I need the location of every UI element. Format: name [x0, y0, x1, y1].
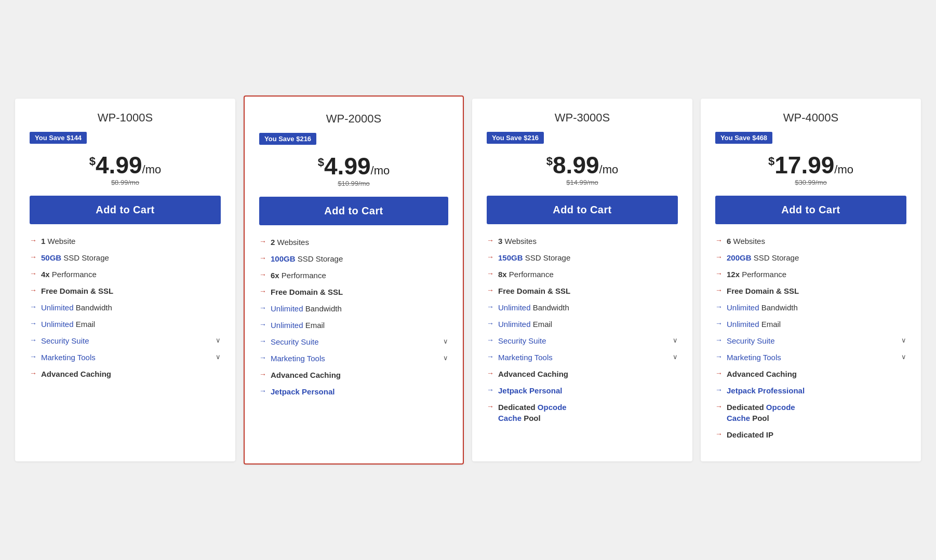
- feature-text: Dedicated Opcode Cache Pool: [727, 402, 906, 424]
- feature-text: 100GB SSD Storage: [271, 253, 448, 264]
- feature-text: Marketing Tools: [498, 352, 673, 363]
- feature-text: Free Domain & SSL: [271, 286, 448, 297]
- add-to-cart-button[interactable]: Add to Cart: [30, 196, 221, 224]
- feature-arrow-icon: →: [487, 236, 494, 246]
- feature-row: Free Domain & SSL: [271, 286, 448, 297]
- feature-item: →Free Domain & SSL: [30, 285, 221, 296]
- feature-item: →Jetpack Professional: [715, 385, 906, 396]
- feature-row: 50GB SSD Storage: [41, 252, 221, 263]
- feature-arrow-icon: →: [715, 368, 723, 379]
- feature-row: Dedicated Opcode Cache Pool: [727, 402, 906, 424]
- feature-item: →Unlimited Bandwidth: [30, 302, 221, 313]
- feature-row: Jetpack Personal: [271, 386, 448, 397]
- feature-arrow-icon: →: [30, 269, 37, 279]
- feature-text: Security Suite: [271, 336, 443, 347]
- chevron-down-icon[interactable]: ∨: [216, 336, 221, 345]
- feature-text: Advanced Caching: [41, 368, 221, 379]
- feature-arrow-icon: →: [715, 302, 723, 312]
- plan-card-wp3000s: WP-3000SYou Save $216$8.99/mo$14.99/moAd…: [472, 99, 692, 461]
- feature-text: 150GB SSD Storage: [498, 252, 678, 263]
- feature-row: 1 Website: [41, 236, 221, 247]
- feature-arrow-icon: →: [30, 335, 37, 346]
- feature-row: Unlimited Bandwidth: [727, 302, 906, 313]
- feature-item: →Dedicated IP: [715, 429, 906, 440]
- feature-text: Unlimited Bandwidth: [271, 303, 448, 314]
- feature-item: →Marketing Tools∨: [715, 352, 906, 363]
- feature-item: →12x Performance: [715, 269, 906, 280]
- feature-row: 8x Performance: [498, 269, 678, 280]
- add-to-cart-button[interactable]: Add to Cart: [259, 197, 448, 225]
- feature-item: →Unlimited Email: [487, 319, 678, 330]
- feature-text: Jetpack Personal: [271, 386, 448, 397]
- add-to-cart-button[interactable]: Add to Cart: [715, 196, 906, 224]
- chevron-down-icon[interactable]: ∨: [901, 336, 906, 345]
- savings-badge: You Save $216: [487, 132, 544, 144]
- feature-item: →6x Performance: [259, 270, 448, 281]
- feature-row: 2 Websites: [271, 237, 448, 248]
- feature-item: →Marketing Tools∨: [30, 352, 221, 363]
- feature-row: Advanced Caching: [271, 370, 448, 380]
- feature-row: Marketing Tools∨: [271, 353, 448, 364]
- feature-text: 1 Website: [41, 236, 221, 247]
- feature-item: →Security Suite∨: [30, 335, 221, 346]
- chevron-down-icon[interactable]: ∨: [673, 336, 678, 345]
- feature-item: →Unlimited Bandwidth: [487, 302, 678, 313]
- price-current: $4.99/mo: [30, 152, 221, 179]
- feature-row: Unlimited Bandwidth: [498, 302, 678, 313]
- feature-text: Marketing Tools: [727, 352, 901, 363]
- plan-title: WP-3000S: [487, 111, 678, 125]
- feature-item: →Advanced Caching: [259, 370, 448, 380]
- feature-row: 100GB SSD Storage: [271, 253, 448, 264]
- feature-arrow-icon: →: [715, 402, 723, 412]
- feature-arrow-icon: →: [30, 352, 37, 362]
- feature-item: →Unlimited Email: [259, 320, 448, 331]
- plan-card-wp1000s: WP-1000SYou Save $144$4.99/mo$8.99/moAdd…: [15, 99, 235, 461]
- feature-item: →Jetpack Personal: [487, 385, 678, 396]
- feature-text: Security Suite: [727, 335, 901, 346]
- feature-text: Jetpack Professional: [727, 385, 906, 396]
- plan-title: WP-4000S: [715, 111, 906, 125]
- feature-text: Unlimited Bandwidth: [41, 302, 221, 313]
- feature-item: →Advanced Caching: [30, 368, 221, 379]
- price-block: $17.99/mo$30.99/mo: [715, 152, 906, 186]
- price-original: $14.99/mo: [487, 179, 678, 186]
- feature-row: Free Domain & SSL: [727, 285, 906, 296]
- price-original: $30.99/mo: [715, 179, 906, 186]
- feature-item: →150GB SSD Storage: [487, 252, 678, 263]
- feature-text: Security Suite: [41, 335, 216, 346]
- feature-text: Unlimited Email: [727, 319, 906, 330]
- feature-text: Dedicated Opcode Cache Pool: [498, 402, 678, 424]
- feature-arrow-icon: →: [259, 386, 266, 397]
- feature-row: Advanced Caching: [727, 368, 906, 379]
- price-block: $8.99/mo$14.99/mo: [487, 152, 678, 186]
- feature-arrow-icon: →: [259, 336, 266, 347]
- feature-arrow-icon: →: [487, 302, 494, 312]
- feature-text: Unlimited Bandwidth: [498, 302, 678, 313]
- feature-arrow-icon: →: [30, 319, 37, 329]
- features-list: →1 Website→50GB SSD Storage→4x Performan…: [30, 236, 221, 379]
- feature-item: →50GB SSD Storage: [30, 252, 221, 263]
- chevron-down-icon[interactable]: ∨: [673, 352, 678, 362]
- feature-arrow-icon: →: [30, 368, 37, 379]
- feature-item: →Free Domain & SSL: [715, 285, 906, 296]
- feature-item: →1 Website: [30, 236, 221, 247]
- feature-arrow-icon: →: [715, 252, 723, 263]
- feature-row: Security Suite∨: [727, 335, 906, 346]
- feature-arrow-icon: →: [259, 320, 266, 330]
- feature-item: →200GB SSD Storage: [715, 252, 906, 263]
- price-current: $17.99/mo: [715, 152, 906, 179]
- feature-row: Unlimited Email: [727, 319, 906, 330]
- feature-arrow-icon: →: [487, 269, 494, 279]
- feature-text: 50GB SSD Storage: [41, 252, 221, 263]
- add-to-cart-button[interactable]: Add to Cart: [487, 196, 678, 224]
- chevron-down-icon[interactable]: ∨: [443, 353, 448, 363]
- chevron-down-icon[interactable]: ∨: [216, 352, 221, 362]
- feature-arrow-icon: →: [715, 319, 723, 329]
- feature-row: Free Domain & SSL: [498, 285, 678, 296]
- feature-text: Unlimited Email: [498, 319, 678, 330]
- feature-arrow-icon: →: [487, 385, 494, 395]
- plan-title: WP-2000S: [259, 112, 448, 126]
- chevron-down-icon[interactable]: ∨: [443, 337, 448, 346]
- feature-arrow-icon: →: [30, 285, 37, 296]
- chevron-down-icon[interactable]: ∨: [901, 352, 906, 362]
